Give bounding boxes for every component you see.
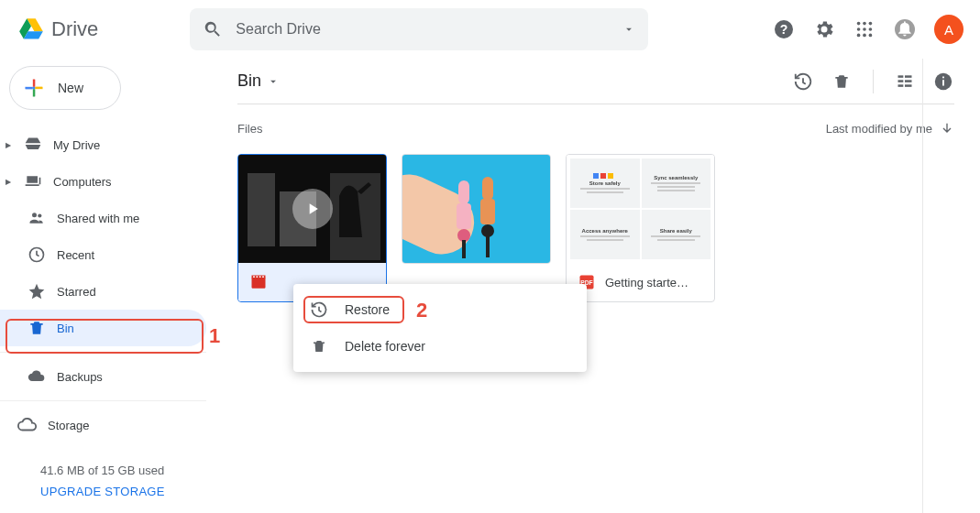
svg-rect-16 [33, 87, 35, 89]
svg-rect-20 [898, 75, 904, 78]
svg-rect-14 [33, 89, 35, 96]
apps-icon[interactable] [853, 18, 875, 40]
context-menu-restore[interactable]: Restore [293, 291, 587, 328]
svg-rect-13 [35, 87, 42, 89]
new-button-label: New [58, 81, 83, 95]
sidebar-item-computers[interactable]: ▶ Computers [0, 163, 206, 200]
svg-rect-39 [457, 203, 471, 229]
sidebar-item-bin[interactable]: Bin [0, 310, 206, 346]
svg-point-5 [857, 27, 861, 31]
computers-icon [22, 170, 44, 192]
list-view-icon[interactable] [894, 71, 916, 93]
sidebar-item-label: Computers [53, 175, 112, 189]
svg-rect-42 [462, 240, 466, 258]
svg-rect-23 [905, 75, 912, 78]
drive-logo-icon [18, 16, 44, 42]
svg-rect-27 [942, 80, 944, 85]
expand-icon: ▶ [4, 140, 13, 149]
svg-point-18 [38, 213, 41, 217]
context-menu-label: Delete forever [345, 339, 425, 354]
svg-point-4 [869, 22, 873, 26]
svg-rect-21 [898, 80, 904, 82]
svg-rect-25 [905, 84, 912, 87]
people-icon [26, 207, 48, 229]
svg-point-10 [869, 34, 873, 38]
new-button[interactable]: New [9, 66, 121, 110]
header-actions: ? A [773, 15, 963, 44]
svg-point-7 [869, 27, 873, 31]
search-bar[interactable] [190, 8, 648, 50]
play-icon [292, 189, 333, 229]
search-input[interactable] [236, 21, 610, 38]
file-name: Getting starte… [605, 276, 688, 289]
sidebar-item-label: Shared with me [57, 212, 139, 225]
sidebar-item-shared[interactable]: Shared with me [0, 200, 206, 236]
restore-icon [310, 300, 328, 319]
sidebar-item-label: Recent [57, 248, 94, 262]
storage-usage-text: 41.6 MB of 15 GB used [40, 464, 206, 477]
sort-control[interactable]: Last modified by me [826, 121, 954, 136]
upgrade-storage-link[interactable]: UPGRADE STORAGE [40, 485, 206, 498]
svg-rect-33 [252, 278, 266, 289]
svg-point-2 [857, 22, 861, 26]
sidebar: New ▶ My Drive ▶ Computers [0, 59, 206, 513]
app-header: Drive ? A [0, 0, 980, 59]
file-thumbnail: Store safely Sync seamlessly Access anyw… [567, 155, 714, 263]
restore-icon[interactable] [792, 71, 814, 93]
svg-point-9 [863, 34, 866, 38]
file-thumbnail [238, 155, 386, 263]
cloud-outline-icon [17, 414, 39, 436]
video-file-icon [249, 273, 268, 291]
sidebar-item-my-drive[interactable]: ▶ My Drive [0, 126, 206, 163]
delete-forever-icon[interactable] [831, 71, 853, 93]
files-section-header: Files Last modified by me [237, 121, 954, 136]
svg-rect-47 [593, 173, 599, 179]
svg-rect-36 [257, 276, 259, 278]
chevron-down-icon[interactable] [622, 23, 635, 36]
trash-icon [310, 337, 328, 355]
file-card-pdf[interactable]: Store safely Sync seamlessly Access anyw… [566, 154, 715, 302]
drive-logo[interactable]: Drive [9, 16, 98, 42]
svg-rect-28 [942, 76, 944, 78]
sidebar-item-label: Backups [57, 370, 103, 384]
expand-icon: ▶ [4, 177, 13, 186]
sidebar-item-backups[interactable]: Backups [0, 358, 206, 395]
help-icon[interactable]: ? [773, 18, 795, 40]
page-header: Bin [237, 59, 954, 104]
svg-point-8 [857, 34, 861, 38]
svg-point-6 [863, 27, 866, 31]
svg-rect-22 [898, 84, 904, 87]
svg-rect-49 [608, 173, 613, 179]
svg-point-3 [863, 22, 866, 26]
plus-icon [21, 75, 47, 101]
sidebar-item-recent[interactable]: Recent [0, 236, 206, 273]
svg-rect-24 [905, 80, 912, 82]
svg-rect-40 [458, 180, 469, 204]
chevron-down-icon [267, 75, 280, 88]
sidebar-item-label: Storage [48, 419, 90, 432]
svg-point-45 [481, 224, 494, 237]
sidebar-item-storage[interactable]: Storage [0, 407, 206, 443]
svg-rect-15 [26, 87, 33, 89]
page-title-dropdown[interactable]: Bin [237, 71, 280, 91]
context-menu: Restore Delete forever [293, 284, 587, 372]
sidebar-item-label: Bin [57, 322, 74, 335]
svg-rect-38 [262, 276, 264, 278]
context-menu-delete-forever[interactable]: Delete forever [293, 328, 587, 365]
file-card-image[interactable] [402, 154, 551, 264]
svg-rect-30 [248, 173, 275, 246]
search-icon [203, 19, 223, 39]
svg-point-17 [32, 213, 37, 217]
svg-rect-35 [253, 276, 255, 278]
svg-rect-46 [486, 235, 490, 257]
avatar[interactable]: A [934, 15, 963, 44]
app-title: Drive [51, 17, 98, 41]
file-card-video[interactable] [237, 154, 387, 302]
info-icon[interactable] [932, 71, 954, 93]
svg-rect-37 [259, 276, 261, 278]
svg-rect-43 [480, 199, 495, 224]
file-thumbnail [402, 155, 550, 263]
gear-icon[interactable] [813, 18, 835, 40]
sidebar-item-starred[interactable]: Starred [0, 273, 206, 310]
notifications-icon[interactable] [894, 18, 916, 40]
